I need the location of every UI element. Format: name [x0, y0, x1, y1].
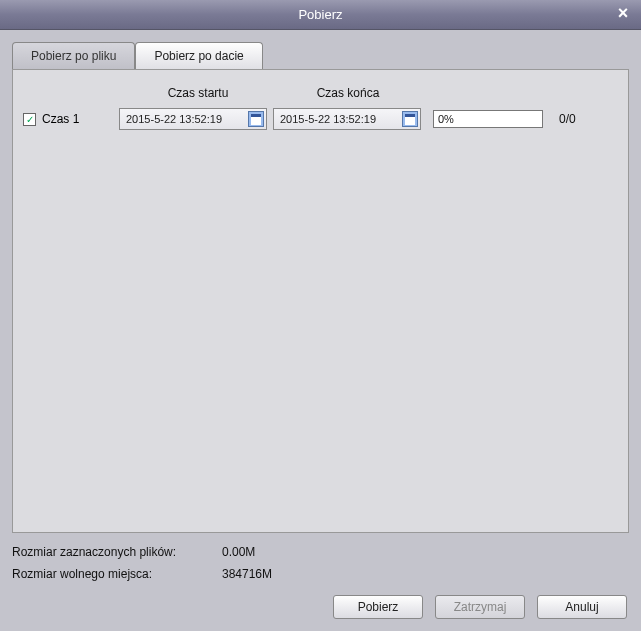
column-headers: Czas startu Czas końca — [23, 86, 618, 100]
selected-size-row: Rozmiar zaznaczonych plików: 0.00M — [12, 545, 629, 559]
selected-size-label: Rozmiar zaznaczonych plików: — [12, 545, 222, 559]
tab-strip: Pobierz po pliku Pobierz po dacie — [0, 30, 641, 69]
download-dialog: Pobierz × Pobierz po pliku Pobierz po da… — [0, 0, 641, 631]
selected-size-value: 0.00M — [222, 545, 255, 559]
start-time-input[interactable]: 2015-5-22 13:52:19 — [119, 108, 267, 130]
row-label-group: ✓ Czas 1 — [23, 112, 113, 126]
titlebar: Pobierz × — [0, 0, 641, 30]
free-space-label: Rozmiar wolnego miejsca: — [12, 567, 222, 581]
end-time-value: 2015-5-22 13:52:19 — [280, 113, 402, 125]
cancel-button[interactable]: Anuluj — [537, 595, 627, 619]
free-space-value: 384716M — [222, 567, 272, 581]
calendar-icon[interactable] — [248, 111, 264, 127]
stop-button[interactable]: Zatrzymaj — [435, 595, 525, 619]
progress-text: 0% — [438, 113, 454, 125]
tab-by-date[interactable]: Pobierz po dacie — [135, 42, 262, 69]
button-row: Pobierz Zatrzymaj Anuluj — [0, 589, 641, 631]
start-time-value: 2015-5-22 13:52:19 — [126, 113, 248, 125]
download-button[interactable]: Pobierz — [333, 595, 423, 619]
content-panel: Czas startu Czas końca ✓ Czas 1 2015-5-2… — [12, 69, 629, 533]
progress-fraction: 0/0 — [559, 112, 576, 126]
tab-by-file[interactable]: Pobierz po pliku — [12, 42, 135, 69]
free-space-row: Rozmiar wolnego miejsca: 384716M — [12, 567, 629, 581]
time-row-1: ✓ Czas 1 2015-5-22 13:52:19 2015-5-22 13… — [23, 108, 618, 130]
row-checkbox[interactable]: ✓ — [23, 113, 36, 126]
window-title: Pobierz — [298, 7, 342, 22]
end-time-input[interactable]: 2015-5-22 13:52:19 — [273, 108, 421, 130]
calendar-icon[interactable] — [402, 111, 418, 127]
footer-info: Rozmiar zaznaczonych plików: 0.00M Rozmi… — [0, 541, 641, 589]
header-end-time: Czas końca — [273, 86, 423, 100]
header-start-time: Czas startu — [123, 86, 273, 100]
row-label: Czas 1 — [42, 112, 79, 126]
progress-bar: 0% — [433, 110, 543, 128]
close-icon[interactable]: × — [613, 4, 633, 24]
